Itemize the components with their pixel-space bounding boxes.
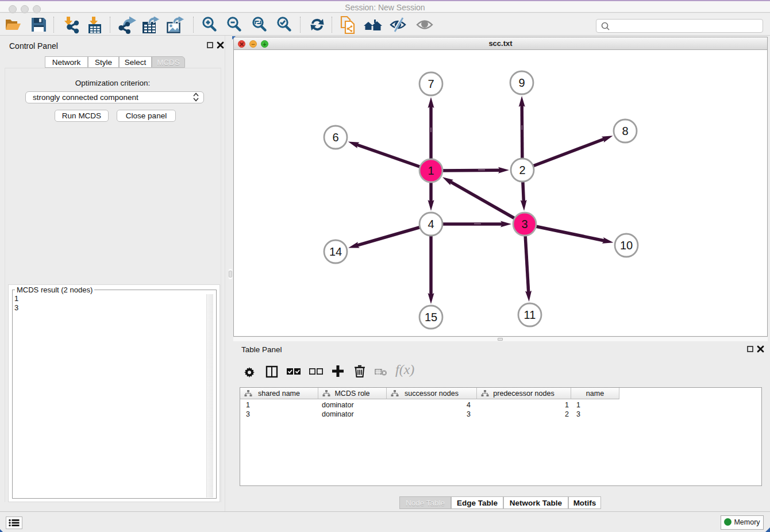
svg-text:11: 11 [524,309,536,321]
svg-text:2: 2 [519,164,525,176]
svg-text:7: 7 [428,78,434,90]
svg-text:14: 14 [329,245,342,258]
svg-text:8: 8 [622,125,628,137]
svg-text:1: 1 [428,164,434,177]
svg-text:3: 3 [521,218,528,230]
svg-text:15: 15 [425,311,437,323]
svg-text:4: 4 [428,218,434,230]
svg-text:6: 6 [332,131,338,144]
svg-text:10: 10 [620,239,633,252]
svg-text:9: 9 [518,76,525,89]
